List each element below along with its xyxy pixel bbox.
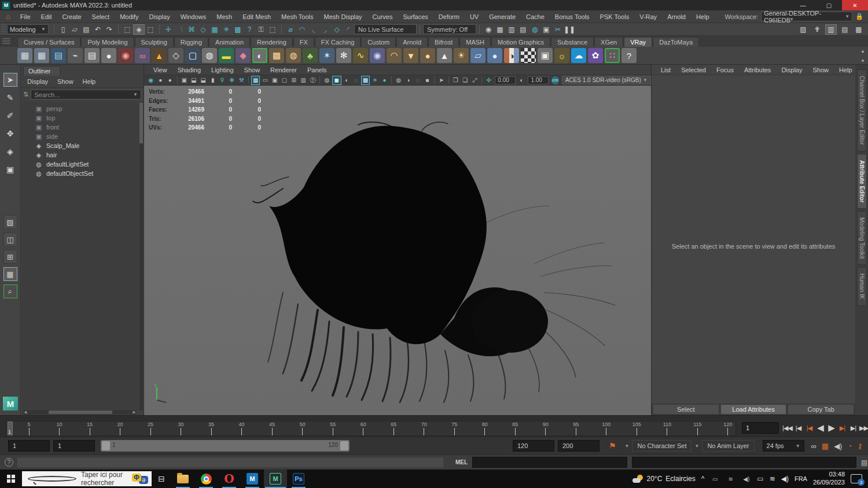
vray-physical-camera-icon[interactable]: ◉ — [118, 48, 133, 63]
outliner-item[interactable]: ◈ hair — [22, 150, 139, 160]
vray-chrome-ball-icon[interactable]: ● — [101, 48, 116, 63]
curve-snap-2-icon[interactable]: ◠ — [296, 24, 308, 35]
vray-net-ball-icon[interactable]: ◉ — [370, 48, 385, 63]
field-chart-icon[interactable]: ⊞ — [289, 76, 299, 85]
step-back-frame-button[interactable]: |◀ — [793, 421, 803, 435]
lasso-tool[interactable]: ✎ — [3, 91, 17, 105]
outliner-item[interactable]: ▣ side — [22, 132, 139, 141]
outliner-menu-item[interactable]: Show — [53, 77, 78, 86]
viewport-menu-item[interactable]: Shading — [173, 66, 205, 73]
attribute-editor-menu-item[interactable]: Attributes — [740, 66, 775, 73]
redo-icon[interactable]: ↷ — [104, 24, 115, 35]
menu-item[interactable]: Select — [87, 10, 115, 23]
vray-bake-icon[interactable]: ▩ — [269, 48, 284, 63]
shelf-tab[interactable]: DazToMaya — [653, 37, 699, 47]
vray-proxy-export-icon[interactable]: ▦ — [17, 48, 32, 63]
attribute-editor-menu-item[interactable]: Help — [834, 66, 857, 73]
wire-color-icon[interactable]: ◑ — [404, 76, 413, 85]
vray-rect-light-icon[interactable]: ▼ — [403, 48, 418, 63]
shelf-tab[interactable]: FX Caching — [315, 37, 361, 47]
exposure-field[interactable]: 0.00 — [495, 76, 516, 84]
step-back-key-button[interactable]: |◀ — [804, 421, 814, 435]
auto-keyframe-icon[interactable]: ⚷ — [857, 442, 863, 450]
attribute-editor-menu-item[interactable]: Show — [808, 66, 833, 73]
current-frame-field[interactable]: 1 — [742, 422, 779, 434]
color-management-icon[interactable]: cm — [551, 76, 559, 84]
play-backwards-button[interactable]: ◀ — [815, 421, 825, 435]
timeline-ruler[interactable]: 1 51015202530354045505560657075808590951… — [6, 421, 736, 436]
animation-start-field[interactable]: 1 — [8, 440, 50, 452]
attribute-editor-menu-item[interactable]: Focus — [712, 66, 738, 73]
screen-space-ao-icon[interactable]: ☀ — [370, 76, 380, 85]
vray-sphere-icon[interactable]: ● — [487, 48, 502, 63]
new-scene-icon[interactable]: ▯ — [57, 24, 69, 35]
channel-box-toggle-icon[interactable]: ▥ — [825, 24, 837, 35]
layout-two-pane-button[interactable]: ◫ — [3, 232, 17, 246]
tool-settings-toggle-icon[interactable]: ✟ — [811, 24, 823, 35]
tablet-mode-icon[interactable]: ▭ — [757, 475, 763, 483]
oversc an-icon[interactable]: ⚒ — [237, 76, 246, 85]
vray-sun-icon[interactable]: ☀ — [454, 48, 469, 63]
scale-tool[interactable]: ▣ — [3, 162, 17, 176]
shelf-tab[interactable]: Rendering — [251, 37, 293, 47]
vray-globe-icon[interactable]: ◍ — [286, 48, 301, 63]
menu-item[interactable]: Help — [691, 10, 715, 23]
menu-item[interactable]: V-Ray — [634, 10, 662, 23]
menu-item[interactable]: Display — [144, 10, 175, 23]
gate-mask-icon[interactable]: ▢ — [279, 76, 289, 85]
shelf-tab[interactable]: Sculpting — [135, 37, 174, 47]
loop-mode-icon[interactable]: ∞ — [811, 442, 816, 450]
outliner-hscrollbar[interactable]: ◀▶ — [23, 410, 137, 415]
notification-center-icon[interactable]: 3 — [851, 474, 862, 483]
isolate-select-icon[interactable]: ➤ — [437, 76, 446, 85]
textured-icon[interactable]: ◖ — [342, 76, 351, 85]
vray-dome-light-icon[interactable]: ◠ — [387, 48, 402, 63]
vray-proxy-import-icon[interactable]: ▦ — [34, 48, 49, 63]
layout-single-pane-button[interactable]: ▨ — [3, 215, 17, 229]
snap-together-icon[interactable]: ▩ — [232, 24, 244, 35]
sidebar-vertical-tab[interactable]: Attribute Editor — [857, 154, 867, 209]
menu-item[interactable]: Generate — [484, 10, 521, 23]
vray-fur-grass-icon[interactable]: ♣ — [303, 48, 318, 63]
curve-snap-4-icon[interactable]: ◞ — [319, 24, 331, 35]
maya-app-icon[interactable]: M — [264, 469, 287, 488]
volume-icon[interactable]: ◀) — [741, 474, 751, 483]
playback-start-field[interactable]: 1 — [53, 440, 95, 452]
vray-selected-sphere-icon[interactable]: ◐ — [252, 48, 267, 63]
grid-icon[interactable]: ▦ — [251, 76, 260, 85]
vray-drop-icon[interactable]: ◍ — [202, 48, 217, 63]
photoshop-icon[interactable]: Ps — [287, 469, 310, 488]
snap-view-plane-icon[interactable]: ▦ — [209, 24, 220, 35]
vray-help-icon[interactable]: ? — [621, 48, 637, 63]
stacked-panels-icon[interactable]: ▩ — [853, 24, 865, 35]
menu-item[interactable]: Cache — [521, 10, 550, 23]
curve-snap-3-icon[interactable]: ◟ — [308, 24, 319, 35]
menu-item[interactable]: Mesh Tools — [276, 10, 318, 23]
vray-color-balls-icon[interactable]: ∷ — [605, 48, 620, 63]
bookmark-icon[interactable]: ⚑ — [609, 441, 616, 450]
character-set-select[interactable]: No Character Set — [632, 440, 692, 452]
vray-frame-buffer-icon[interactable]: ▣ — [538, 48, 553, 63]
tearoff-icon[interactable]: ❏ — [461, 76, 470, 85]
sidebar-vertical-tab[interactable]: Modeling Toolkit — [857, 211, 867, 265]
film-gate-icon[interactable]: ▭ — [260, 76, 270, 85]
curve-snap-6-icon[interactable]: ◜ — [343, 24, 354, 35]
outliner-vscrollbar[interactable] — [139, 103, 143, 411]
undo-icon[interactable]: ↶ — [92, 24, 104, 35]
viewport-menu-item[interactable]: Panels — [303, 66, 332, 73]
menu-item[interactable]: Arnold — [662, 10, 691, 23]
motion-blur-icon[interactable]: ● — [380, 76, 389, 85]
filter-icon[interactable]: ⇅ — [23, 91, 28, 98]
menu-item[interactable]: Surfaces — [398, 10, 433, 23]
menu-item[interactable]: Mesh Display — [319, 10, 367, 23]
taskbar-search-box[interactable]: Taper ici pour rechercher Φ ə — [22, 471, 152, 486]
start-button[interactable] — [0, 469, 22, 488]
wireframe-icon[interactable]: ◍ — [322, 76, 332, 85]
vray-sphere-light-icon[interactable]: ● — [420, 48, 435, 63]
outliner-menu-item[interactable]: Help — [79, 77, 100, 86]
menu-item[interactable]: Edit Mesh — [237, 10, 276, 23]
save-scene-icon[interactable]: ▤ — [80, 24, 92, 35]
shelf-tab[interactable]: Rigging — [174, 37, 208, 47]
vray-list-icon[interactable]: ▤ — [51, 48, 66, 63]
attribute-editor-toggle-icon[interactable]: ▨ — [797, 24, 809, 35]
